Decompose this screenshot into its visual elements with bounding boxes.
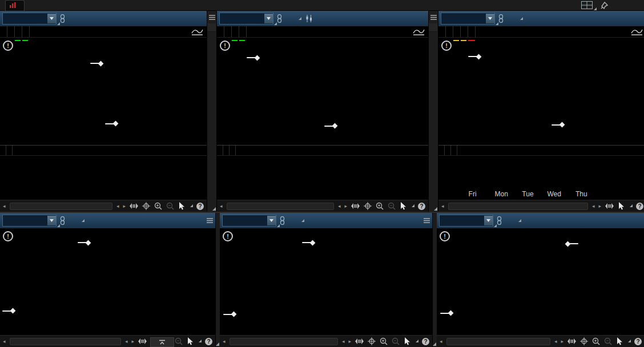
tick-time-axis[interactable]: Fri Mon Tue Wed Thu xyxy=(438,189,609,200)
zoom-out-icon[interactable] xyxy=(175,337,183,345)
gadget-tabs[interactable] xyxy=(429,23,438,32)
step-right-icon[interactable]: ▸ xyxy=(561,339,564,344)
corner-grip[interactable] xyxy=(434,207,437,211)
scroll-left-icon[interactable]: ◂ xyxy=(440,339,442,344)
scrollbar[interactable] xyxy=(227,203,334,210)
step-left-icon[interactable]: ◂ xyxy=(342,339,345,344)
vold-symbol-dropdown[interactable] xyxy=(2,13,57,25)
chevron-down-icon[interactable] xyxy=(264,14,273,23)
tick-study-plot[interactable] xyxy=(438,156,644,189)
zoom-in-icon[interactable] xyxy=(592,337,600,345)
rut-chart[interactable]: ! xyxy=(437,228,644,335)
alert-icon[interactable]: ! xyxy=(3,41,13,51)
collapsed-strip[interactable] xyxy=(215,213,220,347)
add-main-chart[interactable]: ! xyxy=(217,38,428,145)
vold-price-axis[interactable] xyxy=(169,38,207,145)
panel-menu-icon[interactable] xyxy=(430,11,437,23)
layout-grid-icon[interactable] xyxy=(581,1,593,9)
help-icon[interactable]: ? xyxy=(205,338,212,345)
help-icon[interactable]: ? xyxy=(196,203,204,210)
pan-icon[interactable] xyxy=(355,338,364,344)
dock-panel-button[interactable] xyxy=(150,337,174,347)
alert-icon[interactable]: ! xyxy=(440,231,450,241)
link-icon[interactable] xyxy=(280,216,285,225)
tick-study-header[interactable] xyxy=(438,145,644,156)
add-study-plot[interactable] xyxy=(217,156,428,189)
ndx-price-axis[interactable] xyxy=(395,228,432,335)
vold-time-axis[interactable] xyxy=(0,189,169,200)
scroll-left-icon[interactable]: ◂ xyxy=(223,339,226,344)
scrollbar[interactable] xyxy=(448,203,588,210)
panel-menu-icon[interactable] xyxy=(209,11,215,23)
scrollbar[interactable] xyxy=(10,203,112,210)
zoom-out-icon[interactable] xyxy=(166,202,174,210)
cursor-icon[interactable] xyxy=(616,337,623,345)
chevron-down-icon[interactable] xyxy=(484,216,493,225)
alert-icon[interactable]: ! xyxy=(3,231,13,241)
help-icon[interactable]: ? xyxy=(634,338,642,345)
step-right-icon[interactable]: ▸ xyxy=(348,339,351,344)
panel-menu-icon[interactable] xyxy=(207,218,213,223)
tick-more[interactable] xyxy=(468,26,476,37)
spx-price-axis[interactable] xyxy=(178,228,215,335)
vold-main-chart[interactable]: ! xyxy=(0,38,207,145)
link-icon[interactable] xyxy=(498,14,504,23)
chevron-down-icon[interactable] xyxy=(486,14,494,23)
ndx-chart[interactable]: ! xyxy=(220,228,432,335)
pan-icon[interactable] xyxy=(567,338,576,344)
pan-icon[interactable] xyxy=(138,338,147,344)
spx-symbol-dropdown[interactable] xyxy=(2,215,57,227)
chevron-down-icon[interactable] xyxy=(47,216,56,225)
help-icon[interactable]: ? xyxy=(636,203,643,210)
step-right-icon[interactable]: ▸ xyxy=(131,339,134,344)
scrollbar[interactable] xyxy=(446,338,550,345)
scrollbar[interactable] xyxy=(230,338,338,345)
chevron-down-icon[interactable] xyxy=(267,216,276,225)
rut-symbol-dropdown[interactable] xyxy=(439,215,493,227)
help-icon[interactable]: ? xyxy=(418,203,425,210)
gadget-tab[interactable] xyxy=(429,23,437,32)
crosshair-icon[interactable] xyxy=(580,337,588,345)
chart-style-icon[interactable] xyxy=(187,26,207,37)
tick-main-chart[interactable]: ! xyxy=(438,38,644,145)
alert-icon[interactable]: ! xyxy=(223,231,233,241)
link-icon[interactable] xyxy=(277,14,282,23)
vold-study-header[interactable] xyxy=(0,145,207,156)
collapsed-strip[interactable] xyxy=(432,213,437,347)
chevron-down-icon[interactable] xyxy=(47,14,56,23)
spx-chart[interactable]: ! xyxy=(0,228,215,335)
link-icon[interactable] xyxy=(60,216,65,225)
add-price-axis[interactable] xyxy=(391,38,428,145)
help-icon[interactable]: ? xyxy=(422,338,429,345)
link-icon[interactable] xyxy=(497,216,502,225)
cursor-icon[interactable] xyxy=(400,202,406,210)
pattern-icon[interactable] xyxy=(305,15,313,22)
ndx-symbol-dropdown[interactable] xyxy=(222,215,276,227)
tick-symbol-dropdown[interactable] xyxy=(441,13,495,25)
pin-icon[interactable] xyxy=(601,2,609,9)
gadget-tabs[interactable] xyxy=(207,23,216,32)
vold-study-plot[interactable] xyxy=(0,156,207,189)
panel-menu-icon[interactable] xyxy=(424,218,430,223)
alert-icon[interactable]: ! xyxy=(441,41,452,51)
cursor-icon[interactable] xyxy=(178,202,185,210)
zoom-out-icon[interactable] xyxy=(392,337,400,345)
vold-more[interactable] xyxy=(22,26,30,37)
zoom-out-icon[interactable] xyxy=(604,337,612,345)
zoom-out-icon[interactable] xyxy=(388,202,396,210)
corner-grip[interactable] xyxy=(212,207,216,211)
alert-icon[interactable]: ! xyxy=(220,41,230,51)
cursor-icon[interactable] xyxy=(404,337,410,345)
link-icon[interactable] xyxy=(60,14,65,23)
scrollbar[interactable] xyxy=(10,338,121,345)
crosshair-icon[interactable] xyxy=(368,337,376,345)
scroll-left-icon[interactable]: ◂ xyxy=(3,339,6,344)
chart-style-icon[interactable] xyxy=(409,26,428,37)
cursor-icon[interactable] xyxy=(187,337,194,345)
step-left-icon[interactable]: ◂ xyxy=(554,339,557,344)
cursor-icon[interactable] xyxy=(618,202,625,210)
gadget-tab[interactable] xyxy=(207,23,216,32)
chart-style-icon[interactable] xyxy=(627,26,644,37)
step-left-icon[interactable]: ◂ xyxy=(125,339,128,344)
rut-price-axis[interactable] xyxy=(607,228,644,335)
